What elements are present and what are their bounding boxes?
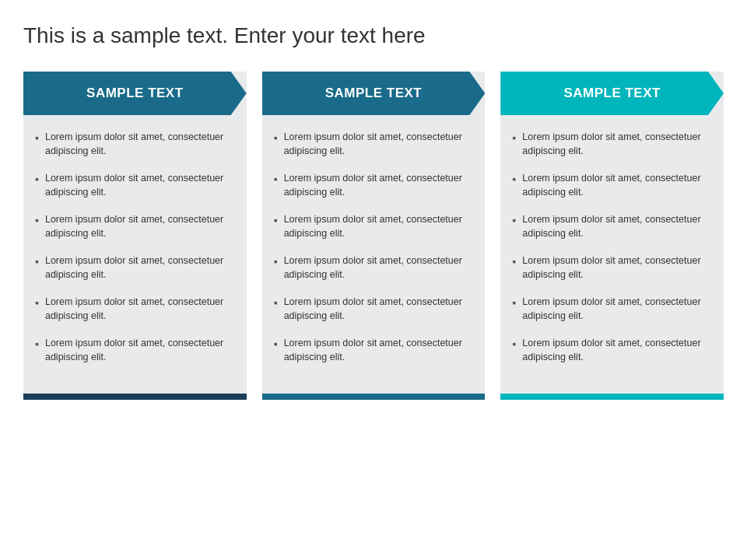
list-item: Lorem ipsum dolor sit amet, consectetuer… <box>274 172 470 199</box>
column-1-list: Lorem ipsum dolor sit amet, consectetuer… <box>35 131 231 364</box>
list-item: Lorem ipsum dolor sit amet, consectetuer… <box>512 296 708 323</box>
column-1: SAMPLE TEXTLorem ipsum dolor sit amet, c… <box>23 72 247 400</box>
list-item: Lorem ipsum dolor sit amet, consectetuer… <box>35 131 231 158</box>
list-item: Lorem ipsum dolor sit amet, consectetuer… <box>512 131 708 158</box>
list-item: Lorem ipsum dolor sit amet, consectetuer… <box>274 213 470 240</box>
column-3-header-text: SAMPLE TEXT <box>563 86 661 101</box>
column-3-list: Lorem ipsum dolor sit amet, consectetuer… <box>512 131 708 364</box>
column-2-body: Lorem ipsum dolor sit amet, consectetuer… <box>262 115 486 394</box>
list-item: Lorem ipsum dolor sit amet, consectetuer… <box>35 254 231 282</box>
list-item: Lorem ipsum dolor sit amet, consectetuer… <box>274 337 470 364</box>
list-item: Lorem ipsum dolor sit amet, consectetuer… <box>512 337 708 364</box>
list-item: Lorem ipsum dolor sit amet, consectetuer… <box>512 213 708 240</box>
list-item: Lorem ipsum dolor sit amet, consectetuer… <box>274 131 470 158</box>
column-2-header-text: SAMPLE TEXT <box>325 86 423 101</box>
column-2-header: SAMPLE TEXT <box>262 72 486 115</box>
column-3: SAMPLE TEXTLorem ipsum dolor sit amet, c… <box>500 72 724 400</box>
list-item: Lorem ipsum dolor sit amet, consectetuer… <box>35 337 231 364</box>
columns-container: SAMPLE TEXTLorem ipsum dolor sit amet, c… <box>0 72 747 400</box>
column-2-footer <box>262 394 486 400</box>
column-1-body: Lorem ipsum dolor sit amet, consectetuer… <box>23 115 247 394</box>
column-2-list: Lorem ipsum dolor sit amet, consectetuer… <box>274 131 470 364</box>
list-item: Lorem ipsum dolor sit amet, consectetuer… <box>35 172 231 199</box>
list-item: Lorem ipsum dolor sit amet, consectetuer… <box>274 254 470 282</box>
list-item: Lorem ipsum dolor sit amet, consectetuer… <box>35 213 231 240</box>
column-3-footer <box>500 394 724 400</box>
column-3-header: SAMPLE TEXT <box>500 72 724 115</box>
column-1-footer <box>23 394 247 400</box>
list-item: Lorem ipsum dolor sit amet, consectetuer… <box>512 254 708 282</box>
list-item: Lorem ipsum dolor sit amet, consectetuer… <box>512 172 708 199</box>
column-3-body: Lorem ipsum dolor sit amet, consectetuer… <box>500 115 724 394</box>
column-1-header-text: SAMPLE TEXT <box>86 86 184 101</box>
column-1-header: SAMPLE TEXT <box>23 72 247 115</box>
page-title: This is a sample text. Enter your text h… <box>0 0 747 64</box>
column-2: SAMPLE TEXTLorem ipsum dolor sit amet, c… <box>262 72 486 400</box>
list-item: Lorem ipsum dolor sit amet, consectetuer… <box>274 296 470 323</box>
list-item: Lorem ipsum dolor sit amet, consectetuer… <box>35 296 231 323</box>
